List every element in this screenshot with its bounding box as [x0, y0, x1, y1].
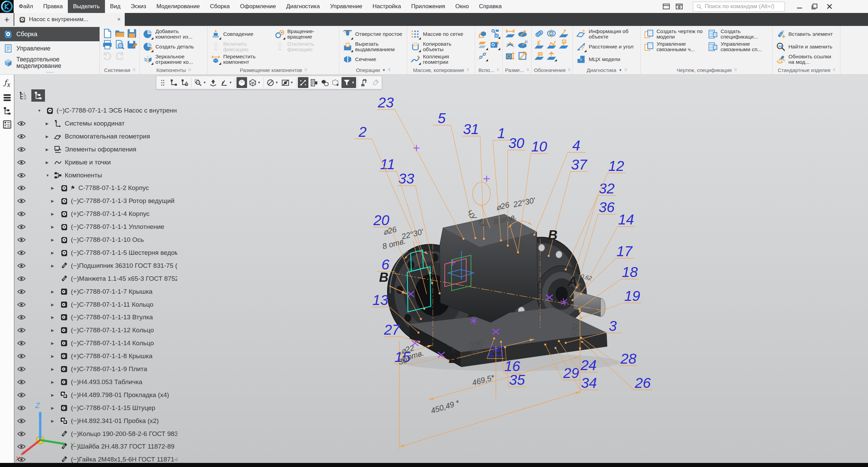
ribbon-button-mirror-components[interactable]: Зеркальное отражение ко... [142, 53, 205, 65]
visibility-eye-icon[interactable] [17, 263, 26, 268]
expand-arrow[interactable]: ▼ [46, 173, 49, 177]
zoom-area-button[interactable]: ▼ [193, 77, 208, 88]
tree-group-coordinate-systems[interactable]: ▶Системы координат [14, 117, 177, 130]
ribbon-icon-mark-tolerance[interactable] [546, 28, 557, 39]
visibility-eye-icon[interactable] [17, 185, 26, 191]
ribbon-icon-new-doc[interactable] [102, 28, 112, 39]
command-search-input[interactable]: Поиск по командам (Alt+/) [693, 2, 785, 12]
filter-objects-button[interactable]: ▼ [341, 77, 356, 88]
shaded-display-button[interactable] [237, 77, 247, 88]
drag-handle-button[interactable] [157, 77, 168, 88]
snap-points-button[interactable] [298, 77, 308, 88]
tree-component[interactable]: (−)Гайка 2М48x1,5-6Н ГОСТ 11871-88 [14, 453, 177, 463]
tree-component[interactable]: ▶(−)Подшипник 36310 ГОСТ 831-75 (x3) [14, 259, 177, 272]
ribbon-icon-dim-diagonal[interactable] [517, 51, 528, 61]
mode-solid-modeling-mode[interactable]: Твердотельное моделирование [0, 56, 100, 70]
tab-close-icon[interactable]: × [117, 16, 121, 23]
expand-arrow[interactable]: ▶ [51, 328, 54, 333]
ribbon-icon-mark-frame[interactable] [559, 40, 569, 50]
ribbon-button-simple-hole[interactable]: Отверстие простое [342, 28, 405, 40]
menu-Справка[interactable]: Справка [474, 0, 507, 13]
menu-Оформление[interactable]: Оформление [235, 0, 281, 13]
tree-component[interactable]: ▶(+)С-7788-07-1-1-9 Плита [14, 363, 177, 376]
ribbon-button-mass-properties[interactable]: МЦХ модели [575, 53, 638, 65]
ribbon-button-insert-element[interactable]: Вставить элемент [775, 28, 838, 40]
ribbon-button-add-component[interactable]: Добавить компонент из... [142, 28, 205, 40]
tree-component[interactable]: (−)Манжета 1.1-45 x65-3 ГОСТ 8752-79 [14, 272, 177, 285]
ribbon-button-distance-angle[interactable]: Расстояние и угол [575, 40, 638, 53]
new-tab-button[interactable]: + [0, 13, 14, 26]
parameters-list-button[interactable] [3, 93, 12, 102]
checklist-panel-button[interactable] [3, 120, 12, 129]
visibility-eye-icon[interactable] [17, 379, 26, 385]
ribbon-button-create-bom[interactable]: Создать спецификаци... [707, 28, 770, 40]
menu-Управление[interactable]: Управление [325, 0, 367, 13]
tree-component[interactable]: ▶(−)С-7788-07-1-1-5 Шестерня ведомая [14, 246, 177, 259]
visibility-eye-icon[interactable] [17, 289, 26, 294]
visibility-eye-icon[interactable] [17, 457, 26, 463]
ribbon-button-grid-pattern[interactable]: Массив по сетке [410, 28, 472, 40]
visibility-eye-icon[interactable] [17, 327, 26, 333]
expand-arrow[interactable]: ▶ [46, 147, 48, 151]
ribbon-button-mate-rotation[interactable]: Вращение-вращение [274, 28, 337, 40]
ribbon-icon-print[interactable] [102, 40, 112, 50]
close-button[interactable] [824, 1, 835, 12]
expand-arrow[interactable]: ▶ [51, 367, 54, 371]
ribbon-icon-mark-check[interactable] [546, 40, 557, 50]
menu-Приложения[interactable]: Приложения [406, 0, 450, 13]
tree-component[interactable]: ▶(−)С-7788-07-1-1-3 Ротор ведущий [14, 194, 177, 207]
ribbon-button-find-replace[interactable]: Найти и заменить [775, 40, 838, 53]
expand-arrow[interactable]: ▶ [51, 186, 54, 190]
expand-arrow[interactable]: ▶ [51, 225, 54, 229]
tree-group-auxiliary-geometry[interactable]: ▶Вспомогательная геометрия [14, 130, 177, 143]
expand-arrow[interactable]: ▶ [51, 393, 54, 397]
expand-arrow[interactable]: ▶ [51, 354, 54, 359]
visibility-eye-icon[interactable] [17, 366, 26, 372]
ribbon-icon-point-line[interactable] [477, 51, 488, 61]
expand-arrow[interactable]: ▶ [46, 121, 48, 126]
ribbon-button-geometry-collection[interactable]: Коллекция геометрии [410, 53, 472, 65]
ribbon-button-create-part[interactable]: Создать деталь [142, 40, 205, 53]
expand-arrow[interactable]: ▶ [51, 315, 54, 320]
ribbon-icon-datum-plane[interactable] [477, 40, 488, 50]
menu-Настройка[interactable]: Настройка [367, 0, 406, 13]
visibility-eye-icon[interactable] [17, 146, 26, 152]
display-mode-button[interactable]: ▼ [247, 77, 262, 88]
tree-component[interactable]: ▶(−)С-7788-07-1-1-11 Кольцо [14, 298, 177, 311]
ribbon-icon-save-as[interactable] [127, 40, 137, 50]
collapse-panel-button[interactable]: ﹀﹀ [0, 70, 100, 76]
visibility-eye-icon[interactable] [17, 120, 26, 126]
mode-management-mode[interactable]: Управление [0, 41, 100, 56]
visibility-eye-icon[interactable] [17, 444, 26, 450]
menu-Окно[interactable]: Окно [450, 0, 474, 13]
expand-arrow[interactable]: ▶ [46, 134, 48, 138]
ribbon-icon-save[interactable] [127, 28, 137, 39]
minimize-button[interactable] [794, 1, 805, 12]
orientation-normal-button[interactable] [208, 77, 218, 88]
expand-arrow[interactable]: ▶ [51, 289, 54, 294]
tree-component[interactable]: ▶(+)С-7788-07-1-1-7 Крышка [14, 285, 177, 298]
ribbon-icon-mark-flag[interactable] [534, 51, 544, 61]
tree-component[interactable]: ▶(+)С-7788-07-1-1-8 Крышка [14, 350, 177, 363]
tree-group-components[interactable]: ▼Компоненты [14, 169, 177, 182]
ribbon-icon-dim-radial[interactable] [517, 40, 528, 50]
expand-arrow[interactable]: ▶ [51, 341, 54, 346]
menu-Выделить[interactable]: Выделить [68, 0, 105, 13]
tree-component[interactable]: ▶(−)С-7788-07-1-1-14 Кольцо [14, 337, 177, 350]
placement-mode-button[interactable] [168, 77, 179, 88]
expand-arrow[interactable]: ▶ [51, 263, 54, 268]
ribbon-icon-dim-vertical[interactable] [505, 51, 515, 61]
visibility-eye-icon[interactable] [17, 315, 26, 320]
variables-fx-button[interactable]: ƒx [4, 78, 10, 88]
ribbon-button-copy-objects[interactable]: Копировать объекты [410, 40, 472, 53]
ribbon-button-manage-bom[interactable]: Управление связанными сп... [707, 40, 770, 53]
tree-component[interactable]: ▶С-7788-07-1-1-2 Корпус [14, 181, 177, 194]
hide-objects-button[interactable]: ▼ [265, 77, 280, 88]
visibility-eye-icon[interactable] [17, 431, 26, 437]
visibility-eye-icon[interactable] [17, 392, 26, 398]
ribbon-icon-dim-linear[interactable] [505, 28, 515, 39]
window-layout-icon[interactable] [662, 3, 670, 10]
tree-component[interactable]: ▶(−)Н4.489.798-01 Прокладка (x4) [14, 389, 177, 402]
visibility-eye-icon[interactable] [17, 405, 26, 411]
ribbon-icon-image-box[interactable] [490, 40, 500, 50]
